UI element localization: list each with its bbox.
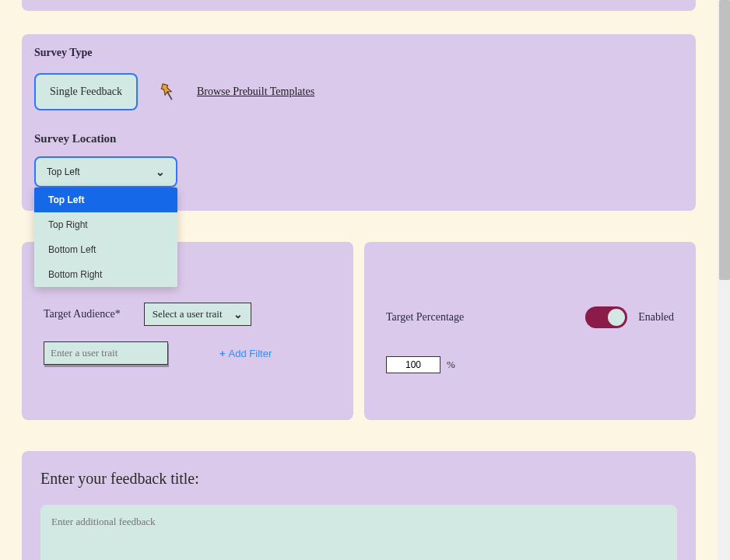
chevron-down-icon: ⌄: [156, 166, 165, 178]
target-percentage-input[interactable]: [386, 356, 440, 373]
previous-card-edge: [22, 0, 696, 11]
plus-icon: +: [219, 348, 226, 359]
survey-type-card: Survey Type Single Feedback Browse Prebu…: [22, 34, 696, 211]
feedback-title-label: Enter your feedback title:: [40, 470, 677, 488]
target-percentage-label: Target Percentage: [386, 311, 464, 324]
target-audience-label: Target Audience*: [44, 308, 121, 320]
survey-location-option-top-right[interactable]: Top Right: [34, 212, 177, 237]
scrollbar-track: [718, 0, 730, 560]
pin-icon: [153, 77, 182, 107]
feedback-title-card: Enter your feedback title:: [22, 451, 696, 560]
survey-location-selected-value: Top Left: [47, 166, 80, 177]
target-percentage-card: Target Percentage Enabled %: [364, 242, 696, 420]
svg-line-0: [167, 92, 172, 100]
add-filter-label: Add Filter: [229, 348, 272, 359]
user-trait-input[interactable]: [44, 341, 168, 365]
feedback-textarea[interactable]: [40, 505, 677, 560]
user-trait-select-placeholder: Select a user trait: [153, 308, 223, 320]
percent-suffix: %: [447, 359, 455, 371]
survey-location-select[interactable]: Top Left ⌄: [34, 156, 177, 187]
survey-location-option-top-left[interactable]: Top Left: [34, 187, 177, 212]
survey-location-label: Survey Location: [34, 132, 683, 145]
survey-location-dropdown: Top Left Top Right Bottom Left Bottom Ri…: [34, 187, 177, 287]
user-trait-select[interactable]: Select a user trait ⌄: [144, 303, 251, 326]
single-feedback-button[interactable]: Single Feedback: [34, 73, 138, 110]
chevron-down-icon: ⌄: [233, 308, 243, 321]
survey-type-label: Survey Type: [34, 47, 683, 59]
survey-location-option-bottom-right[interactable]: Bottom Right: [34, 262, 177, 287]
toggle-enabled-label: Enabled: [638, 311, 674, 324]
target-percentage-toggle[interactable]: [585, 306, 627, 328]
survey-location-option-bottom-left[interactable]: Bottom Left: [34, 237, 177, 262]
add-filter-button[interactable]: + Add Filter: [219, 348, 272, 359]
toggle-knob: [608, 309, 625, 326]
browse-templates-link[interactable]: Browse Prebuilt Templates: [197, 86, 314, 98]
scrollbar-thumb[interactable]: [719, 0, 730, 280]
